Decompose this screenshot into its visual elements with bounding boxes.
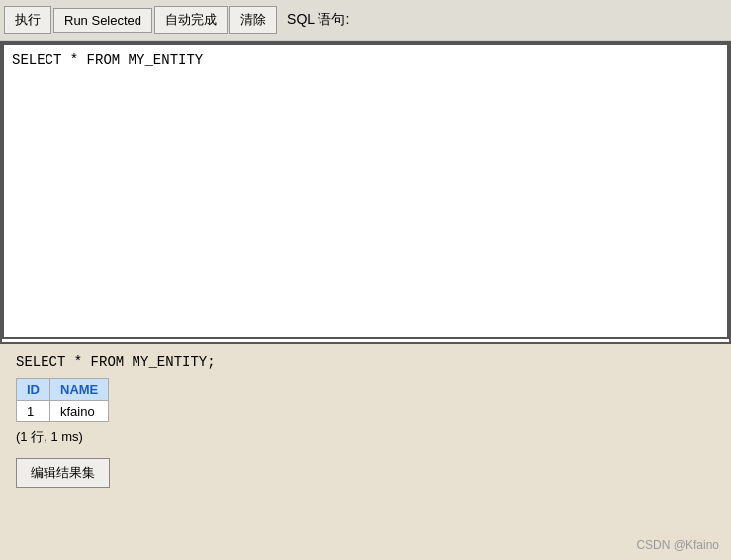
clear-button[interactable]: 清除: [229, 6, 277, 34]
col-header-name: NAME: [50, 379, 109, 401]
sql-label: SQL 语句:: [287, 11, 349, 29]
cell-name: kfaino: [50, 401, 109, 422]
cell-id: 1: [17, 401, 50, 422]
query-echo: SELECT * FROM MY_ENTITY;: [16, 354, 715, 370]
edit-results-button[interactable]: 编辑结果集: [16, 458, 110, 488]
execute-button[interactable]: 执行: [4, 6, 51, 34]
table-row: 1kfaino: [17, 401, 109, 422]
run-selected-button[interactable]: Run Selected: [53, 8, 152, 33]
col-header-id: ID: [17, 379, 50, 401]
results-panel: SELECT * FROM MY_ENTITY; ID NAME 1kfaino…: [0, 344, 731, 560]
editor-wrapper: SELECT * FROM MY_ENTITY: [0, 41, 731, 344]
toolbar: 执行 Run Selected 自动完成 清除 SQL 语句:: [0, 0, 731, 41]
autocomplete-button[interactable]: 自动完成: [154, 6, 228, 34]
table-header-row: ID NAME: [17, 379, 109, 401]
row-count: (1 行, 1 ms): [16, 428, 715, 446]
sql-editor[interactable]: SELECT * FROM MY_ENTITY: [2, 43, 729, 339]
result-table: ID NAME 1kfaino: [16, 378, 109, 422]
watermark: CSDN @Kfaino: [636, 538, 719, 552]
page-wrapper: 执行 Run Selected 自动完成 清除 SQL 语句: SELECT *…: [0, 0, 731, 560]
